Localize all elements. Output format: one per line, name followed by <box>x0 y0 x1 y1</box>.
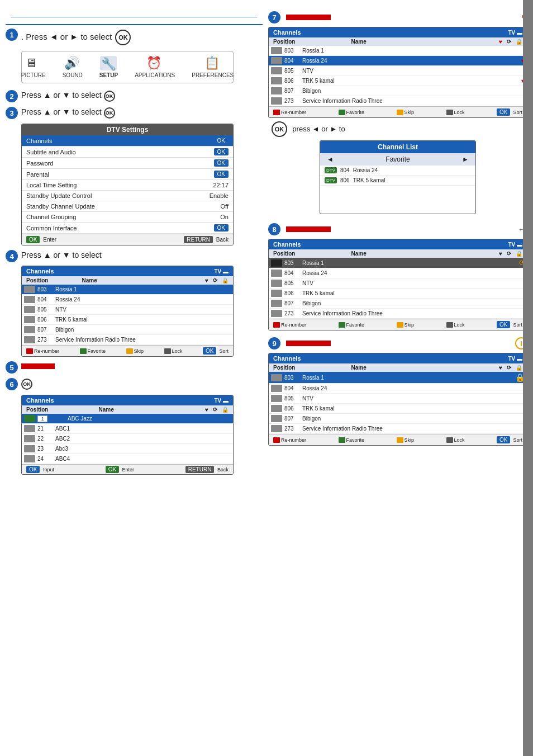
ch-row-804[interactable]: 804 Rossia 24 <box>22 295 233 305</box>
ch-row-9-805[interactable]: 805 NTV <box>269 394 527 404</box>
ch-box-8-803 <box>271 259 282 267</box>
menu-applications[interactable]: ⏰ APPLICATIONS <box>135 56 175 78</box>
channels-header-6: Channels TV ▬ <box>22 395 233 405</box>
ch-row-8-273[interactable]: 273 Service Information Radio Three <box>269 309 527 319</box>
dtv-row-password[interactable]: Password OK <box>22 158 233 169</box>
footer-enter-6: OK Enter <box>106 466 134 472</box>
ch-row-7-806[interactable]: 806 TRK 5 kamal ♥ <box>269 76 527 86</box>
cl-row-806[interactable]: DTV 806 TRK 5 kamal <box>320 176 475 186</box>
footer-sort-9: OK Sort <box>497 436 522 443</box>
ch-row-8-803[interactable]: 803 Rossia 1 ⟳ <box>269 258 527 268</box>
dtv-common-interface-value: OK <box>214 224 229 231</box>
favorite-label-8: Favorite <box>346 322 365 328</box>
step-8-header: 8 ↔ <box>268 223 527 235</box>
renumber-label-8: Re-number <box>281 322 306 328</box>
dtv-row-common-interface[interactable]: Common Interface OK <box>22 223 233 234</box>
ch-name-9-806: TRK 5 kamal <box>302 405 525 412</box>
ch-num-9-804: 804 <box>284 385 300 391</box>
channel-list-nav[interactable]: ◄ Favorite ► <box>320 153 475 166</box>
ok-button-3[interactable]: OK <box>104 107 115 119</box>
menu-setup[interactable]: 🔧 SETUP <box>99 56 118 78</box>
col-skip-icon-7: ⟳ <box>507 39 511 45</box>
ch-row-7-805[interactable]: 805 NTV <box>269 66 527 76</box>
channels-title-6: Channels <box>26 397 54 404</box>
dtv-row-channel-grouping[interactable]: Channel Grouping On <box>22 212 233 223</box>
ch-row-9-273[interactable]: 273 Service Information Radio Three <box>269 424 527 434</box>
ok-button-2[interactable]: OK <box>104 91 115 102</box>
ch-row-input-1[interactable]: 1 ABC Jazz <box>22 414 233 424</box>
ch-row-21[interactable]: 21 ABC1 <box>22 424 233 434</box>
step-1-text: . Press ◄ or ► to select OK <box>21 30 131 45</box>
skip-color <box>126 348 133 354</box>
step-7-section: 7 ♥ Channels TV ▬ Position Name ♥ ⟳ 🔒 <box>268 11 527 214</box>
ch-row-9-806[interactable]: 806 TRK 5 kamal <box>269 404 527 414</box>
ok-press-block: OK press ◄ or ► to <box>270 121 527 137</box>
menu-sound[interactable]: 🔊 SOUND <box>63 56 83 78</box>
sort-key-8: OK <box>497 321 510 328</box>
ch-box-9-805 <box>271 395 282 402</box>
ch-row-22[interactable]: 22 ABC2 <box>22 434 233 444</box>
step-2-circle: 2 <box>6 90 18 102</box>
ch-row-7-804[interactable]: 804 Rossia 24 ♥ <box>269 56 527 66</box>
ok-button-6[interactable]: OK <box>21 379 32 390</box>
ch-row-9-803[interactable]: 803 Rossia 1 🔒 <box>269 372 527 384</box>
ch-num-7-273: 273 <box>284 98 300 104</box>
dtv-row-standby-channel[interactable]: Standby Channel Update Off <box>22 201 233 212</box>
ch-num-9-273: 273 <box>284 426 300 432</box>
dtv-settings-panel: DTV Settings Channels OK Subtitle and Au… <box>21 124 234 245</box>
ch-row-8-806[interactable]: 806 TRK 5 kamal <box>269 289 527 299</box>
dtv-channels-value: OK <box>214 137 229 144</box>
ch-row-8-804[interactable]: 804 Rossia 24 <box>269 268 527 278</box>
ch-row-9-807[interactable]: 807 Bibigon <box>269 414 527 424</box>
cl-nav-left-arrow[interactable]: ◄ <box>327 155 334 163</box>
ch-box-804 <box>24 296 35 303</box>
step-3-circle: 3 <box>6 107 18 119</box>
dtv-row-channels[interactable]: Channels OK <box>22 135 233 147</box>
ch-row-7-803[interactable]: 803 Rossia 1 <box>269 46 527 56</box>
col-name-7: Name <box>351 39 366 45</box>
ch-row-803[interactable]: 803 Rossia 1 <box>22 285 233 295</box>
step-1-circle: 1 <box>6 29 18 41</box>
skip-label: Skip <box>134 348 144 354</box>
footer-renumber-8: Re-number <box>273 321 306 328</box>
lock-color-9 <box>446 437 453 443</box>
ch-row-806[interactable]: 806 TRK 5 kamal <box>22 315 233 325</box>
dtv-footer-enter: OK Enter <box>26 237 56 243</box>
ch-row-7-273[interactable]: 273 Service Information Radio Three <box>269 96 527 106</box>
dtv-row-localtime[interactable]: Local Time Setting 22:17 <box>22 180 233 191</box>
step-2: 2 Press ▲ or ▼ to select OK <box>6 90 263 102</box>
footer-skip: Skip <box>126 347 144 355</box>
ch-row-805[interactable]: 805 NTV <box>22 305 233 315</box>
ch-name-23: Abc3 <box>55 446 231 452</box>
dtv-row-parental[interactable]: Parental OK <box>22 169 233 180</box>
ch-row-24[interactable]: 24 ABC4 <box>22 454 233 464</box>
dtv-channel-grouping-label: Channel Grouping <box>26 214 76 220</box>
skip-color-9 <box>397 437 403 443</box>
sort-key-7: OK <box>497 108 510 116</box>
cl-nav-right-arrow[interactable]: ► <box>462 155 469 163</box>
dtv-row-subtitle[interactable]: Subtitle and Audio OK <box>22 147 233 158</box>
ch-row-8-805[interactable]: 805 NTV <box>269 278 527 289</box>
ch-row-8-807[interactable]: 807 Bibigon <box>269 299 527 309</box>
cl-row-804[interactable]: DTV 804 Rossia 24 <box>320 166 475 176</box>
menu-picture[interactable]: 🖥 PICTURE <box>21 56 46 78</box>
ch-row-273[interactable]: 273 Service Information Radio Three <box>22 335 233 345</box>
skip-color-8 <box>397 322 403 328</box>
ch-row-807[interactable]: 807 Bibigon <box>22 325 233 335</box>
dtv-standby-channel-value: Off <box>221 203 229 210</box>
ch-box-803 <box>24 286 35 293</box>
col-skip-icon-4: ⟳ <box>213 277 217 284</box>
dtv-common-interface-label: Common Interface <box>26 225 77 231</box>
ok-button-1[interactable]: OK <box>115 30 131 45</box>
ch-name-807: Bibigon <box>55 327 231 333</box>
ch-box-7-805 <box>271 67 282 74</box>
ok-button-7[interactable]: OK <box>272 121 287 137</box>
ch-row-23[interactable]: 23 Abc3 <box>22 444 233 454</box>
ch-num-805: 805 <box>37 306 53 313</box>
menu-preferences[interactable]: 📋 PREFERENCES <box>192 56 234 78</box>
channels-header-9: Channels TV ▬ <box>269 353 527 363</box>
dtv-row-standby-update[interactable]: Standby Update Control Enable <box>22 191 233 201</box>
ch-row-9-804[interactable]: 804 Rossia 24 <box>269 384 527 394</box>
ch-row-7-807[interactable]: 807 Bibigon <box>269 86 527 96</box>
ch-name-22: ABC2 <box>55 436 231 442</box>
